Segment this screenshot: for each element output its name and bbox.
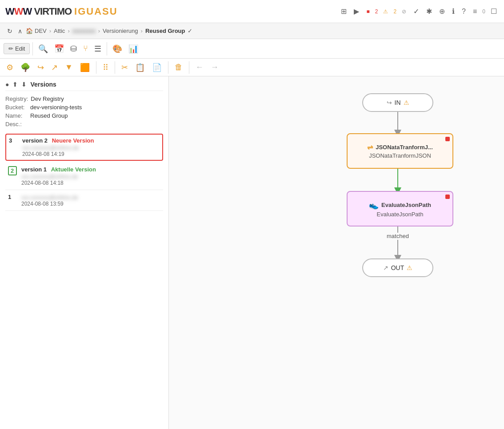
deploy-icon[interactable]: ⛁ [68,42,80,56]
evaluate-short-label: EvaluateJsonPath [381,202,431,208]
upload-icon[interactable]: ⊕ [437,6,447,16]
version-details-3: version 2 Neuere Version xxx.xxxxxxx@vir… [22,137,160,157]
node-transform[interactable]: ⇌ JSONataTranformJ... JSONataTranformJSO… [347,133,453,169]
nav-sep-2: › [68,28,69,34]
out-warning-icon: ⚠ [407,264,412,271]
zoom-icon[interactable]: 🔍 [36,42,51,56]
desc-label: Desc.: [5,121,28,127]
version-name-2: version 1 [21,166,47,173]
left-panel: ● ⬆ ⬇ Versions Registry: Dev Registry Bu… [0,76,169,429]
logo: WWW VIRTIMO IGUASU [5,6,118,17]
home-icon[interactable]: 🏠 [26,28,33,34]
settings-icon[interactable]: ≡ [471,7,479,16]
window-icon[interactable]: ☐ [489,6,499,16]
stop-icon: ⊘ [400,8,408,16]
meta-registry: Registry: Dev Registry [5,95,163,102]
nav-sep-4: › [141,28,143,34]
asterisk-icon: ✱ [424,6,434,16]
cut-icon[interactable]: ✂ [119,61,131,74]
grid-icon[interactable]: ⠿ [100,61,111,74]
layers-icon[interactable]: ⊞ [339,6,348,16]
registry-value: Dev Registry [31,95,64,102]
meta-name: Name: Reused Group [5,112,163,119]
nav-sep-1: › [49,28,51,34]
toolbar-1: ✏ Edit 🔍 📅 ⛁ ⑂ ☰ 🎨 📊 [0,39,504,59]
versions-icon[interactable]: ⑂ [80,42,91,55]
meta-desc: Desc.: [5,121,163,127]
toolbar2-sep-2 [115,61,115,74]
info-icon[interactable]: ℹ [450,6,456,16]
calendar-icon[interactable]: 📅 [52,42,67,56]
toolbar-sep-2 [107,42,107,56]
undo-icon[interactable]: ← [193,61,206,74]
node-evaluate[interactable]: 👟 EvaluateJsonPath EvaluateJsonPath [347,191,453,226]
evaluate-full-label: EvaluateJsonPath [377,211,424,218]
gear-icon[interactable]: ⚙ [4,61,16,74]
nav-attic[interactable]: Attic [54,28,65,34]
main-content: ● ⬆ ⬇ Versions Registry: Dev Registry Bu… [0,76,504,429]
version-details-2: version 1 Aktuelle Version xxx.xxxxxxx@v… [21,166,160,186]
toolbar-2: ⚙ 🌳 ↪ ↗ ▼ 🟧 ⠿ ✂ 📋 📄 🗑 ← → [0,59,504,76]
warning-icon: ⚠ [381,8,390,16]
filter-icon[interactable]: ▼ [62,61,76,74]
version-number-3: 3 [9,137,18,144]
version-item-2[interactable]: 2 version 1 Aktuelle Version xxx.xxxxxxx… [5,163,163,190]
upload-versions-icon[interactable]: ⬆ [12,81,18,88]
canvas-area[interactable]: ↪ IN ⚠ ⇌ JSONataTranformJ... JSONataTran… [169,76,504,429]
in-arrow-icon: ↪ [387,99,392,106]
node-out[interactable]: ↗ OUT ⚠ [362,258,433,277]
layout-icon[interactable]: ☰ [92,42,104,56]
version-user-3: xxx.xxxxxxx@virtimo.de [22,145,160,151]
tree-icon[interactable]: 🌳 [18,61,33,74]
import-icon[interactable]: ↪ [35,61,47,74]
download-versions-icon[interactable]: ⬇ [21,81,27,88]
nav-check-icon: ✓ [188,28,192,34]
dot-icon-1: ● [5,81,9,88]
name-label: Name: [5,112,28,119]
export-icon[interactable]: ↗ [48,61,60,74]
bucket-label: Bucket: [5,104,28,111]
logo-virtimo: WWW VIRTIMO [5,6,72,17]
nav-sep-3: › [98,28,100,34]
out-label: OUT [391,264,404,271]
bucket-value: dev-versioning-tests [30,104,82,111]
version-number-2: 2 [8,166,17,175]
version-name-row-2: version 1 Aktuelle Version [21,166,160,173]
version-date-3: 2024-08-08 14:19 [22,151,160,157]
version-item-1[interactable]: 1 xxx.xxxxxxx@virtimo.de 2024-08-08 13:5… [5,190,163,211]
node-in[interactable]: ↪ IN ⚠ [362,93,433,112]
play-icon[interactable]: ▶ [352,6,361,16]
edit-label: Edit [15,45,25,52]
nav-blurred[interactable]: xxxxxxxx [72,28,96,34]
top-header: WWW VIRTIMO IGUASU ⊞ ▶ ■ 2 ⚠ 2 ⊘ ✓ ✱ ⊕ ℹ… [0,0,504,23]
versions-header: ● ⬆ ⬇ Versions [5,81,163,91]
version-item-3[interactable]: 3 version 2 Neuere Version xxx.xxxxxxx@v… [5,134,163,161]
clipboard-icon[interactable]: 📄 [149,61,164,74]
refresh-icon[interactable]: ↻ [5,27,14,36]
theme-icon[interactable]: 🎨 [110,42,125,56]
version-user-2: xxx.xxxxxxx@virtimo.de [21,174,160,180]
out-arrow-icon: ↗ [383,264,388,271]
version-date-2: 2024-08-08 14:18 [21,180,160,186]
evaluate-icon: 👟 [369,200,379,210]
matched-label: matched [387,233,409,239]
version-user-1: xxx.xxxxxxx@virtimo.de [21,195,160,201]
copy-icon[interactable]: 📋 [132,61,148,74]
evaluate-status-dot [445,195,450,199]
nav-versionierung[interactable]: Versionierung [103,28,138,34]
check-icon: ✓ [412,6,421,16]
help-icon[interactable]: ? [460,7,468,16]
chart-icon[interactable]: 📊 [126,42,141,56]
up-icon[interactable]: ∧ [16,27,24,36]
versions-title: Versions [30,81,56,88]
version-date-1: 2024-08-08 13:59 [21,201,160,207]
delete-icon[interactable]: 🗑 [172,61,185,74]
redo-icon[interactable]: → [208,61,221,74]
edit-button[interactable]: ✏ Edit [4,43,30,54]
block-icon[interactable]: 🟧 [77,61,92,74]
version-name-row-3: version 2 Neuere Version [22,137,160,144]
nav-dev[interactable]: DEV [35,28,47,34]
toolbar2-sep-1 [96,61,96,74]
transform-full-label: JSONataTranformJSON [369,152,431,159]
nav-reused-group[interactable]: Reused Group [145,28,185,34]
